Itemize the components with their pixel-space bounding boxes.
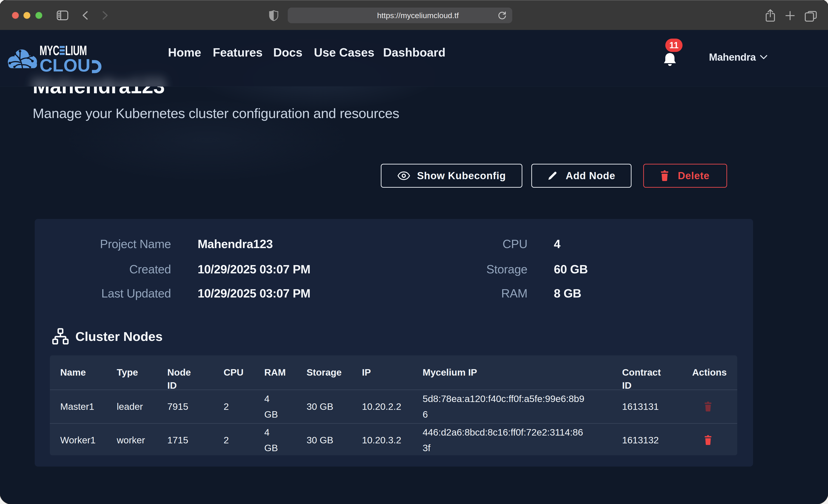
cpu-value: 4 bbox=[554, 237, 560, 251]
notification-bell-icon[interactable] bbox=[663, 53, 676, 67]
cluster-nodes-table: Name Type Node ID CPU RAM Storage IP Myc… bbox=[50, 355, 737, 455]
brand-e-bar bbox=[60, 49, 65, 51]
minimize-window-button[interactable] bbox=[24, 12, 30, 19]
col-contract-id: Contract ID bbox=[622, 355, 692, 392]
project-name-label: Project Name bbox=[100, 237, 171, 251]
col-type: Type bbox=[117, 355, 167, 379]
details-row: Created 10/29/2025 03:07 PM Storage 60 G… bbox=[35, 262, 753, 276]
back-button-icon[interactable] bbox=[82, 11, 88, 20]
privacy-shield-icon[interactable] bbox=[269, 10, 279, 21]
storage-value: 60 GB bbox=[554, 262, 588, 276]
nav-item-home[interactable]: Home bbox=[168, 45, 201, 59]
nav-item-use-cases[interactable]: Use Cases bbox=[314, 45, 374, 59]
table-header-row: Name Type Node ID CPU RAM Storage IP Myc… bbox=[50, 355, 737, 390]
notification-count-badge: 11 bbox=[665, 39, 682, 52]
node-ram: 4 GB bbox=[264, 391, 306, 422]
col-name: Name bbox=[50, 355, 117, 379]
nav-item-features[interactable]: Features bbox=[213, 45, 263, 59]
add-node-label: Add Node bbox=[566, 171, 615, 181]
sidebar-toggle-icon[interactable] bbox=[57, 10, 68, 20]
delete-node-icon[interactable] bbox=[704, 402, 712, 412]
forward-button-icon[interactable] bbox=[102, 11, 109, 20]
show-kubeconfig-button[interactable]: Show Kubeconfig bbox=[381, 164, 522, 188]
node-cpu: 2 bbox=[223, 432, 264, 448]
brand-clou: CLOU bbox=[40, 57, 90, 73]
nav-item-docs[interactable]: Docs bbox=[273, 45, 302, 59]
created-value: 10/29/2025 03:07 PM bbox=[198, 262, 310, 276]
site-header: Mahendra123 bbox=[0, 30, 828, 87]
user-menu[interactable]: Mahendra bbox=[709, 48, 768, 67]
last-updated-label: Last Updated bbox=[101, 287, 171, 300]
trash-icon bbox=[661, 170, 668, 181]
node-contract-id: 1613131 bbox=[622, 399, 692, 414]
brand-stylized-d bbox=[91, 60, 104, 73]
page-title-blur-reflection: Mahendra123 bbox=[33, 76, 165, 87]
brand-word-mycelium: MYC LIUM bbox=[40, 45, 87, 56]
add-node-button[interactable]: Add Node bbox=[531, 164, 631, 188]
cluster-nodes-heading: Cluster Nodes bbox=[75, 329, 163, 344]
cluster-details-card: Project Name Mahendra123 CPU 4 Created 1… bbox=[35, 219, 753, 467]
address-bar[interactable]: https://myceliumcloud.tf bbox=[288, 8, 512, 23]
details-row: Last Updated 10/29/2025 03:07 PM RAM 8 G… bbox=[35, 287, 753, 300]
node-id: 1715 bbox=[167, 432, 223, 448]
node-type: leader bbox=[117, 399, 167, 414]
brand-myc: MYC bbox=[40, 44, 59, 57]
node-ip: 10.20.3.2 bbox=[362, 432, 423, 448]
delete-cluster-button[interactable]: Delete bbox=[643, 164, 727, 188]
ram-label: RAM bbox=[501, 287, 527, 300]
table-row: Master1 leader 7915 2 4 GB 30 GB 10.20.2… bbox=[50, 390, 737, 423]
node-name: Master1 bbox=[50, 399, 117, 414]
eye-icon bbox=[397, 171, 410, 180]
network-icon bbox=[51, 327, 70, 346]
col-ip: IP bbox=[362, 355, 423, 379]
node-id: 7915 bbox=[167, 399, 223, 414]
cluster-nodes-section-header: Cluster Nodes bbox=[51, 327, 163, 346]
close-window-button[interactable] bbox=[12, 12, 19, 19]
pencil-icon bbox=[548, 171, 557, 180]
user-name: Mahendra bbox=[709, 48, 756, 67]
node-mycelium-ip: 5d8:78ea:a120:f40c:ff0f:a5fe:99e6:8b9 6 bbox=[423, 391, 607, 422]
node-contract-id: 1613132 bbox=[622, 432, 692, 448]
new-tab-icon[interactable] bbox=[785, 10, 795, 21]
col-node-id: Node ID bbox=[167, 355, 223, 392]
node-name: Worker1 bbox=[50, 432, 117, 448]
created-label: Created bbox=[129, 262, 171, 276]
details-row: Project Name Mahendra123 CPU 4 bbox=[35, 237, 753, 251]
brand-e-bars-icon bbox=[60, 46, 65, 55]
share-icon[interactable] bbox=[765, 9, 775, 22]
address-bar-url: https://myceliumcloud.tf bbox=[324, 8, 512, 23]
brand-e-bar bbox=[60, 46, 65, 48]
tab-overview-icon[interactable] bbox=[805, 10, 817, 22]
node-type: worker bbox=[117, 432, 167, 448]
browser-titlebar: https://myceliumcloud.tf bbox=[0, 0, 828, 30]
show-kubeconfig-label: Show Kubeconfig bbox=[417, 171, 506, 181]
last-updated-value: 10/29/2025 03:07 PM bbox=[198, 287, 310, 300]
col-cpu: CPU bbox=[223, 355, 264, 379]
ram-value: 8 GB bbox=[554, 287, 581, 300]
node-actions bbox=[692, 435, 737, 445]
browser-window: https://myceliumcloud.tf Mahendra123 Man… bbox=[0, 0, 828, 504]
col-mycelium-ip: Mycelium IP bbox=[423, 355, 622, 379]
zoom-window-button[interactable] bbox=[35, 12, 42, 19]
reload-icon[interactable] bbox=[498, 11, 507, 20]
mycelium-cloud-logo[interactable]: MYC LIUM CLOU bbox=[40, 45, 111, 73]
node-cpu: 2 bbox=[223, 399, 264, 414]
brand-lium: LIUM bbox=[65, 44, 87, 57]
cpu-label: CPU bbox=[503, 237, 527, 251]
nav-item-dashboard[interactable]: Dashboard bbox=[383, 45, 446, 59]
node-storage: 30 GB bbox=[306, 399, 362, 414]
col-actions: Actions bbox=[692, 355, 737, 379]
node-ram: 4 GB bbox=[264, 424, 306, 456]
delete-node-icon[interactable] bbox=[704, 435, 712, 445]
brand-e-bar bbox=[60, 53, 65, 55]
chevron-down-icon bbox=[760, 55, 768, 60]
project-name-value: Mahendra123 bbox=[198, 237, 273, 251]
delete-label: Delete bbox=[678, 171, 709, 181]
page-viewport: Mahendra123 Manage your Kubernetes clust… bbox=[0, 30, 828, 504]
node-ip: 10.20.2.2 bbox=[362, 399, 423, 414]
storage-label: Storage bbox=[486, 262, 527, 276]
node-mycelium-ip: 446:d2a6:8bcd:8c16:ff0f:72e2:3114:86 3f bbox=[423, 424, 607, 456]
col-storage: Storage bbox=[306, 355, 362, 379]
node-actions bbox=[692, 402, 737, 412]
col-ram: RAM bbox=[264, 355, 306, 379]
